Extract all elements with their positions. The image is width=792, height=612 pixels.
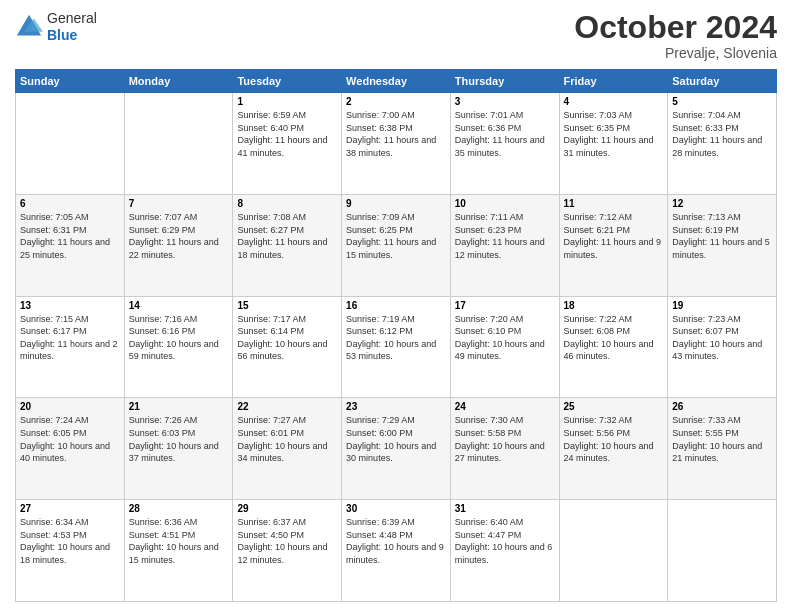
day-number: 3 [455,96,555,107]
sunrise-text: Sunrise: 7:08 AM [237,212,306,222]
sunrise-text: Sunrise: 7:24 AM [20,415,89,425]
sunset-text: Sunset: 6:12 PM [346,326,413,336]
day-info: Sunrise: 7:24 AM Sunset: 6:05 PM Dayligh… [20,414,120,464]
sunrise-text: Sunrise: 7:13 AM [672,212,741,222]
day-number: 24 [455,401,555,412]
day-info: Sunrise: 7:30 AM Sunset: 5:58 PM Dayligh… [455,414,555,464]
sunset-text: Sunset: 4:51 PM [129,530,196,540]
day-info: Sunrise: 7:33 AM Sunset: 5:55 PM Dayligh… [672,414,772,464]
title-block: October 2024 Prevalje, Slovenia [574,10,777,61]
calendar-cell: 14 Sunrise: 7:16 AM Sunset: 6:16 PM Dayl… [124,296,233,398]
daylight-text: Daylight: 10 hours and 9 minutes. [346,542,444,565]
sunrise-text: Sunrise: 6:36 AM [129,517,198,527]
sunset-text: Sunset: 6:33 PM [672,123,739,133]
day-info: Sunrise: 6:39 AM Sunset: 4:48 PM Dayligh… [346,516,446,566]
calendar-header-row: Sunday Monday Tuesday Wednesday Thursday… [16,70,777,93]
day-number: 30 [346,503,446,514]
calendar-cell: 7 Sunrise: 7:07 AM Sunset: 6:29 PM Dayli… [124,194,233,296]
sunset-text: Sunset: 6:14 PM [237,326,304,336]
calendar-cell: 26 Sunrise: 7:33 AM Sunset: 5:55 PM Dayl… [668,398,777,500]
calendar-cell: 28 Sunrise: 6:36 AM Sunset: 4:51 PM Dayl… [124,500,233,602]
day-number: 14 [129,300,229,311]
calendar-cell [124,93,233,195]
calendar-cell: 8 Sunrise: 7:08 AM Sunset: 6:27 PM Dayli… [233,194,342,296]
daylight-text: Daylight: 11 hours and 18 minutes. [237,237,327,260]
calendar-cell: 30 Sunrise: 6:39 AM Sunset: 4:48 PM Dayl… [342,500,451,602]
day-info: Sunrise: 7:00 AM Sunset: 6:38 PM Dayligh… [346,109,446,159]
day-number: 27 [20,503,120,514]
logo-general: General [47,10,97,26]
daylight-text: Daylight: 10 hours and 27 minutes. [455,441,545,464]
daylight-text: Daylight: 10 hours and 12 minutes. [237,542,327,565]
sunset-text: Sunset: 6:31 PM [20,225,87,235]
sunrise-text: Sunrise: 7:11 AM [455,212,524,222]
calendar-cell: 3 Sunrise: 7:01 AM Sunset: 6:36 PM Dayli… [450,93,559,195]
day-number: 1 [237,96,337,107]
calendar-cell [16,93,125,195]
day-number: 20 [20,401,120,412]
calendar-cell: 25 Sunrise: 7:32 AM Sunset: 5:56 PM Dayl… [559,398,668,500]
sunrise-text: Sunrise: 7:07 AM [129,212,198,222]
day-number: 7 [129,198,229,209]
day-number: 8 [237,198,337,209]
calendar-cell: 31 Sunrise: 6:40 AM Sunset: 4:47 PM Dayl… [450,500,559,602]
logo-text: General Blue [47,10,97,44]
daylight-text: Daylight: 10 hours and 34 minutes. [237,441,327,464]
calendar-cell: 4 Sunrise: 7:03 AM Sunset: 6:35 PM Dayli… [559,93,668,195]
daylight-text: Daylight: 10 hours and 40 minutes. [20,441,110,464]
day-number: 9 [346,198,446,209]
day-info: Sunrise: 7:04 AM Sunset: 6:33 PM Dayligh… [672,109,772,159]
sunrise-text: Sunrise: 6:37 AM [237,517,306,527]
sunset-text: Sunset: 4:50 PM [237,530,304,540]
daylight-text: Daylight: 11 hours and 12 minutes. [455,237,545,260]
daylight-text: Daylight: 10 hours and 24 minutes. [564,441,654,464]
day-number: 6 [20,198,120,209]
day-info: Sunrise: 7:20 AM Sunset: 6:10 PM Dayligh… [455,313,555,363]
calendar-cell: 12 Sunrise: 7:13 AM Sunset: 6:19 PM Dayl… [668,194,777,296]
calendar-cell: 27 Sunrise: 6:34 AM Sunset: 4:53 PM Dayl… [16,500,125,602]
calendar-cell: 21 Sunrise: 7:26 AM Sunset: 6:03 PM Dayl… [124,398,233,500]
calendar-cell: 5 Sunrise: 7:04 AM Sunset: 6:33 PM Dayli… [668,93,777,195]
day-number: 26 [672,401,772,412]
day-info: Sunrise: 6:59 AM Sunset: 6:40 PM Dayligh… [237,109,337,159]
calendar-cell: 18 Sunrise: 7:22 AM Sunset: 6:08 PM Dayl… [559,296,668,398]
daylight-text: Daylight: 10 hours and 15 minutes. [129,542,219,565]
sunrise-text: Sunrise: 7:29 AM [346,415,415,425]
sunset-text: Sunset: 6:07 PM [672,326,739,336]
sunset-text: Sunset: 5:55 PM [672,428,739,438]
daylight-text: Daylight: 11 hours and 22 minutes. [129,237,219,260]
calendar-cell: 17 Sunrise: 7:20 AM Sunset: 6:10 PM Dayl… [450,296,559,398]
daylight-text: Daylight: 11 hours and 35 minutes. [455,135,545,158]
sunset-text: Sunset: 6:36 PM [455,123,522,133]
day-number: 31 [455,503,555,514]
sunrise-text: Sunrise: 7:03 AM [564,110,633,120]
sunset-text: Sunset: 6:03 PM [129,428,196,438]
day-info: Sunrise: 7:12 AM Sunset: 6:21 PM Dayligh… [564,211,664,261]
calendar-cell: 22 Sunrise: 7:27 AM Sunset: 6:01 PM Dayl… [233,398,342,500]
day-info: Sunrise: 7:15 AM Sunset: 6:17 PM Dayligh… [20,313,120,363]
sunset-text: Sunset: 6:23 PM [455,225,522,235]
calendar-cell: 29 Sunrise: 6:37 AM Sunset: 4:50 PM Dayl… [233,500,342,602]
sunset-text: Sunset: 6:10 PM [455,326,522,336]
daylight-text: Daylight: 10 hours and 21 minutes. [672,441,762,464]
page: General Blue October 2024 Prevalje, Slov… [0,0,792,612]
sunrise-text: Sunrise: 7:32 AM [564,415,633,425]
col-wednesday: Wednesday [342,70,451,93]
daylight-text: Daylight: 11 hours and 28 minutes. [672,135,762,158]
daylight-text: Daylight: 11 hours and 2 minutes. [20,339,118,362]
sunrise-text: Sunrise: 6:59 AM [237,110,306,120]
day-info: Sunrise: 7:29 AM Sunset: 6:00 PM Dayligh… [346,414,446,464]
daylight-text: Daylight: 11 hours and 5 minutes. [672,237,770,260]
calendar-cell [668,500,777,602]
sunrise-text: Sunrise: 7:23 AM [672,314,741,324]
day-number: 18 [564,300,664,311]
daylight-text: Daylight: 10 hours and 37 minutes. [129,441,219,464]
day-info: Sunrise: 7:08 AM Sunset: 6:27 PM Dayligh… [237,211,337,261]
calendar-cell: 19 Sunrise: 7:23 AM Sunset: 6:07 PM Dayl… [668,296,777,398]
day-info: Sunrise: 6:37 AM Sunset: 4:50 PM Dayligh… [237,516,337,566]
sunset-text: Sunset: 6:29 PM [129,225,196,235]
col-sunday: Sunday [16,70,125,93]
logo-blue: Blue [47,27,77,43]
day-number: 21 [129,401,229,412]
sunrise-text: Sunrise: 7:09 AM [346,212,415,222]
